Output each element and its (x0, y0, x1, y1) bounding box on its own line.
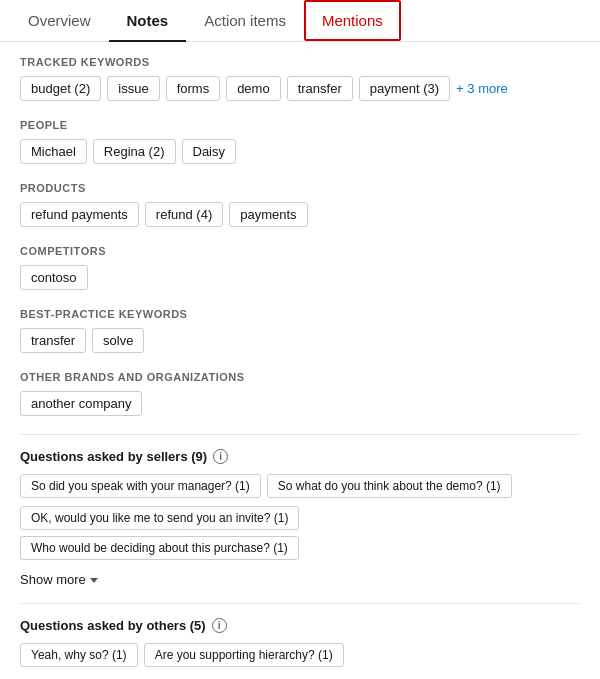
tag-regina[interactable]: Regina (2) (93, 139, 176, 164)
tab-action-items[interactable]: Action items (186, 0, 304, 41)
divider-1 (20, 434, 580, 435)
other-brands-tags: another company (20, 391, 580, 416)
tag-transfer-kw[interactable]: transfer (287, 76, 353, 101)
competitors-tags: contoso (20, 265, 580, 290)
question-seller-2[interactable]: So what do you think about the demo? (1) (267, 474, 512, 498)
questions-others-tags: Yeah, why so? (1) Are you supporting hie… (20, 643, 580, 667)
section-people: PEOPLE Michael Regina (2) Daisy (20, 119, 580, 164)
tag-forms[interactable]: forms (166, 76, 221, 101)
questions-sellers-section: Questions asked by sellers (9) i So did … (20, 449, 580, 587)
questions-sellers-tags: So did you speak with your manager? (1) … (20, 474, 580, 498)
section-best-practice: BEST-PRACTICE KEYWORDS transfer solve (20, 308, 580, 353)
tab-notes[interactable]: Notes (109, 0, 187, 41)
question-other-1[interactable]: Yeah, why so? (1) (20, 643, 138, 667)
tag-solve[interactable]: solve (92, 328, 144, 353)
main-content: TRACKED KEYWORDS budget (2) issue forms … (0, 42, 600, 679)
question-seller-4[interactable]: Who would be deciding about this purchas… (20, 536, 299, 560)
section-other-brands: OTHER BRANDS AND ORGANIZATIONS another c… (20, 371, 580, 416)
tracked-keywords-title: TRACKED KEYWORDS (20, 56, 580, 68)
questions-sellers-info-icon[interactable]: i (213, 449, 228, 464)
tag-transfer-bp[interactable]: transfer (20, 328, 86, 353)
tag-issue[interactable]: issue (107, 76, 159, 101)
questions-sellers-tags-2: OK, would you like me to send you an inv… (20, 506, 580, 560)
tag-refund-payments[interactable]: refund payments (20, 202, 139, 227)
questions-sellers-header: Questions asked by sellers (9) i (20, 449, 580, 464)
divider-2 (20, 603, 580, 604)
section-competitors: COMPETITORS contoso (20, 245, 580, 290)
tag-refund[interactable]: refund (4) (145, 202, 223, 227)
show-more-button[interactable]: Show more (20, 572, 98, 587)
chevron-down-icon (90, 578, 98, 583)
tag-demo[interactable]: demo (226, 76, 281, 101)
questions-others-info-icon[interactable]: i (212, 618, 227, 633)
more-keywords-link[interactable]: + 3 more (456, 76, 518, 101)
people-title: PEOPLE (20, 119, 580, 131)
tag-budget[interactable]: budget (2) (20, 76, 101, 101)
other-brands-title: OTHER BRANDS AND ORGANIZATIONS (20, 371, 580, 383)
products-tags: refund payments refund (4) payments (20, 202, 580, 227)
questions-others-header: Questions asked by others (5) i (20, 618, 580, 633)
tab-mentions[interactable]: Mentions (304, 0, 401, 41)
tag-another-company[interactable]: another company (20, 391, 142, 416)
questions-others-section: Questions asked by others (5) i Yeah, wh… (20, 618, 580, 667)
tracked-keywords-tags: budget (2) issue forms demo transfer pay… (20, 76, 580, 101)
tag-michael[interactable]: Michael (20, 139, 87, 164)
people-tags: Michael Regina (2) Daisy (20, 139, 580, 164)
question-seller-3[interactable]: OK, would you like me to send you an inv… (20, 506, 299, 530)
question-seller-1[interactable]: So did you speak with your manager? (1) (20, 474, 261, 498)
competitors-title: COMPETITORS (20, 245, 580, 257)
tab-overview[interactable]: Overview (10, 0, 109, 41)
tag-payment[interactable]: payment (3) (359, 76, 450, 101)
tag-contoso[interactable]: contoso (20, 265, 88, 290)
section-tracked-keywords: TRACKED KEYWORDS budget (2) issue forms … (20, 56, 580, 101)
section-products: PRODUCTS refund payments refund (4) paym… (20, 182, 580, 227)
tab-bar: Overview Notes Action items Mentions (0, 0, 600, 42)
best-practice-tags: transfer solve (20, 328, 580, 353)
question-other-2[interactable]: Are you supporting hierarchy? (1) (144, 643, 344, 667)
products-title: PRODUCTS (20, 182, 580, 194)
tag-daisy[interactable]: Daisy (182, 139, 237, 164)
best-practice-title: BEST-PRACTICE KEYWORDS (20, 308, 580, 320)
tag-payments[interactable]: payments (229, 202, 307, 227)
